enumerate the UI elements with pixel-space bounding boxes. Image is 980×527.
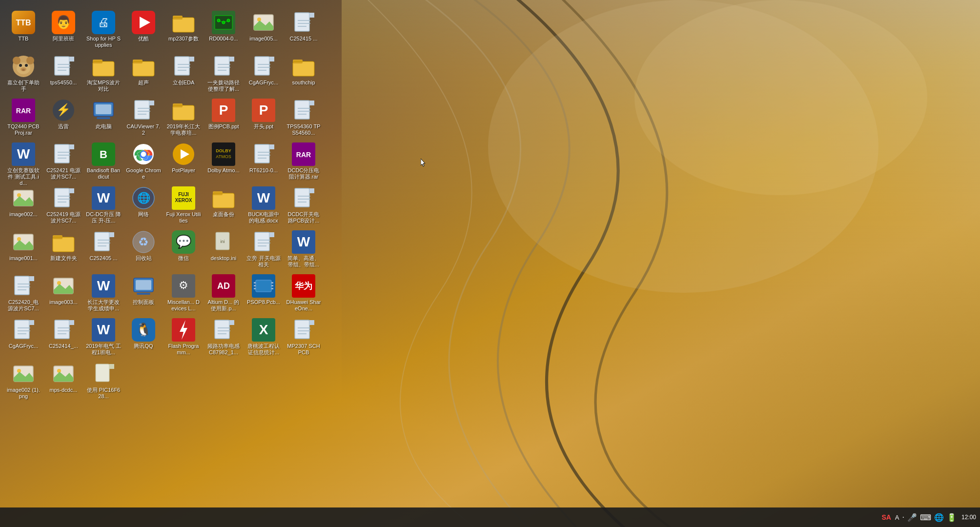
svg-rect-206 <box>15 320 29 339</box>
svg-rect-240 <box>14 378 33 382</box>
desktop-icon-hp[interactable]: 🖨 Shop for HP Supplies <box>84 8 123 52</box>
desktop-icon-image002b[interactable]: image002 (1).png <box>4 359 43 403</box>
taskbar-mic-icon[interactable]: 🎤 <box>907 513 917 522</box>
desktop-icon-miscellaneous[interactable]: ⚙ Miscellan... Devices L... <box>164 271 203 315</box>
desktop-icon-c252420[interactable]: C252420_电源波片SC7... <box>4 271 43 315</box>
icon-label-c252420: C252420_电源波片SC7... <box>6 299 41 312</box>
svg-rect-65 <box>269 57 274 61</box>
svg-rect-158 <box>95 232 109 251</box>
desktop-icon-ultrasound[interactable]: 超声 <box>124 52 163 96</box>
desktop-icon-c252421[interactable]: C252421 电源波片SC7... <box>44 140 83 183</box>
desktop-icon-desktop-ini[interactable]: ini desktop.ini <box>204 227 243 271</box>
desktop-icon-yijian[interactable]: 一夹拨动路径使整理了解... <box>204 52 243 96</box>
desktop-icon-tps54550[interactable]: tps54550... <box>44 52 83 96</box>
desktop-icon-lichuang[interactable]: W 立创竞赛版软件 测试工具.id... <box>4 140 43 183</box>
desktop-icon-bandisoft[interactable]: B Bandisoft Bandicut <box>84 140 123 183</box>
desktop-icon-inductance[interactable]: 频路功率电感 C87982_1... <box>204 315 243 359</box>
desktop-icon-c252415[interactable]: C252415 ... <box>284 8 323 52</box>
desktop-icon-c252405[interactable]: C252405 ... <box>84 227 123 271</box>
desktop-icon-fujixerox[interactable]: FUJI XEROX Fuji Xerox Utilities <box>164 183 203 227</box>
icon-image-taobao <box>92 55 115 78</box>
desktop-icon-jindi[interactable]: ⚡ 迅雷 <box>44 96 83 140</box>
desktop-icon-elec2019[interactable]: W 2019年电气 工程1班电... <box>84 315 123 359</box>
desktop-icon-rt6210[interactable]: RT6210-0... <box>244 140 283 183</box>
icon-image-ttb: TTB <box>12 11 35 34</box>
desktop-icon-kaiguan[interactable]: P 开头.ppt <box>244 96 283 140</box>
desktop-icon-dcdc[interactable]: RAR DCDC分压电阻计算器.rar <box>284 140 323 183</box>
svg-rect-202 <box>271 285 273 286</box>
svg-rect-203 <box>271 288 273 289</box>
icon-image-tps54360 <box>292 99 315 122</box>
icon-image-c252421 <box>52 142 75 166</box>
desktop-icon-mps-dcdc[interactable]: mps-dcdc... <box>44 359 83 403</box>
taskbar-network-icon[interactable]: 🌐 <box>934 513 944 522</box>
desktop-icon-pic16f[interactable]: 使用 PIC16F628... <box>84 359 123 403</box>
desktop-icon-altium[interactable]: AD Altium D... 的使用新.p... <box>204 271 243 315</box>
desktop-icon-buck[interactable]: W BUCK电源中的电感.docx <box>244 183 283 227</box>
desktop-icon-qq[interactable]: 🐧 腾讯QQ <box>124 315 163 359</box>
desktop-icon-ttb[interactable]: TTB TTB <box>4 8 43 52</box>
svg-rect-226 <box>229 320 234 325</box>
desktop-icon-psop8[interactable]: PSOP8.Pcb... <box>244 271 283 315</box>
taskbar-keyboard-icon[interactable]: ⌨ <box>920 513 931 522</box>
svg-text:👨: 👨 <box>56 14 72 30</box>
svg-rect-39 <box>55 57 69 75</box>
desktop-icon-dcdc-switch[interactable]: DCDC开关电路PCB设计... <box>284 183 323 227</box>
icon-label-c252414: C252414_... <box>49 343 78 349</box>
desktop-icon-image005[interactable]: image005... <box>244 8 283 52</box>
icon-image-rt6210 <box>252 142 275 166</box>
desktop-icon-tps54360[interactable]: TPS54360 TPS54560... <box>284 96 323 140</box>
desktop-icon-southchip[interactable]: southchip <box>284 52 323 96</box>
desktop-icon-newfile[interactable]: 新建文件夹 <box>44 227 83 271</box>
desktop-icon-tongsu[interactable]: W 简单、高通、带组、带组... <box>284 227 323 271</box>
desktop-icon-taobao[interactable]: 淘宝MPS波片对比 <box>84 52 123 96</box>
desktop-icon-mp2307sch[interactable]: MP2307 SCH PCB <box>284 315 323 359</box>
desktop-icon-cgagfryc1[interactable]: CgAGFryc... <box>244 52 283 96</box>
desktop-icon-dicomputer[interactable]: 此电脑 <box>84 96 123 140</box>
icon-image-mp2307sch <box>292 318 315 342</box>
desktop-icon-rd0004[interactable]: RD0004-0... <box>204 8 243 52</box>
desktop-icon-changjiang-word[interactable]: W 长江大学更改学生成绩申... <box>84 271 123 315</box>
desktop-icon-tq2440[interactable]: RAR TQ2440 PCBProj.rar <box>4 96 43 140</box>
desktop-icon-potplayer[interactable]: PotPlayer <box>164 140 203 183</box>
desktop-icon-changjiang2019[interactable]: 2019年长江大学电赛培... <box>164 96 203 140</box>
desktop-icon-recycle[interactable]: ♻ 回收站 <box>124 227 163 271</box>
desktop-icon-lichuan-open[interactable]: 立旁 开关电源相关 <box>244 227 283 271</box>
svg-rect-69 <box>293 61 314 76</box>
icon-label-c252415: C252415 ... <box>290 36 318 42</box>
icon-label-newfile: 新建文件夹 <box>50 255 77 262</box>
desktop-icon-mp2307[interactable]: mp2307参数 <box>164 8 203 52</box>
desktop-icon-image003[interactable]: image003... <box>44 271 83 315</box>
desktop-icon-pptpcb[interactable]: P 图例PCB.ppt <box>204 96 243 140</box>
svg-text:AD: AD <box>217 281 230 291</box>
desktop-icon-cgagfryc2[interactable]: CgAGFryc... <box>4 315 43 359</box>
desktop-icon-desktop-backup[interactable]: 桌面备份 <box>204 183 243 227</box>
svg-text:ini: ini <box>220 239 225 244</box>
svg-rect-27 <box>309 13 314 18</box>
desktop-icon-lichuan[interactable]: 立创EDA <box>164 52 203 96</box>
desktop-icon-dc-dc[interactable]: W DC-DC升压 降压 升-压... <box>84 183 123 227</box>
svg-rect-198 <box>254 282 256 284</box>
icon-label-wechat: 微信 <box>178 255 189 262</box>
desktop-icon-tangwave[interactable]: X 唐桃波工程认证信息统计... <box>244 315 283 359</box>
desktop-icon-alibaba[interactable]: 👨 阿里班班 <box>44 8 83 52</box>
desktop-icon-wechat[interactable]: 💬 微信 <box>164 227 203 271</box>
desktop-icon-flash[interactable]: Flash Programm... <box>164 315 203 359</box>
desktop-icon-network[interactable]: 🌐 网络 <box>124 183 163 227</box>
desktop-icon-image001[interactable]: image001... <box>4 227 43 271</box>
desktop-icon-chrome[interactable]: Google Chrome <box>124 140 163 183</box>
icon-label-image005: image005... <box>249 36 277 42</box>
icon-label-bandisoft: Bandisoft Bandicut <box>86 167 121 180</box>
svg-text:W: W <box>97 278 110 293</box>
taskbar-input-icon[interactable]: A <box>895 514 899 521</box>
svg-rect-190 <box>136 280 151 290</box>
desktop-icon-cauviewer[interactable]: CAUViewer 7.2 <box>124 96 163 140</box>
desktop-icon-c252419[interactable]: C252419 电源波片SC7... <box>44 183 83 227</box>
desktop-icon-duku[interactable]: 优酷 <box>124 8 163 52</box>
desktop-icon-dolby[interactable]: DOLBY ATMOS Dolby Atmo... <box>204 140 243 183</box>
desktop-icon-ctrlpanel[interactable]: 控制面板 <box>124 271 163 315</box>
desktop-icon-image002[interactable]: image002... <box>4 183 43 227</box>
desktop-icon-dhuawei[interactable]: 华为 DHuawei ShareOne... <box>284 271 323 315</box>
desktop-icon-jiazhan[interactable]: 嘉立创下单助手 <box>4 52 43 96</box>
desktop-icon-c252414[interactable]: C252414_... <box>44 315 83 359</box>
